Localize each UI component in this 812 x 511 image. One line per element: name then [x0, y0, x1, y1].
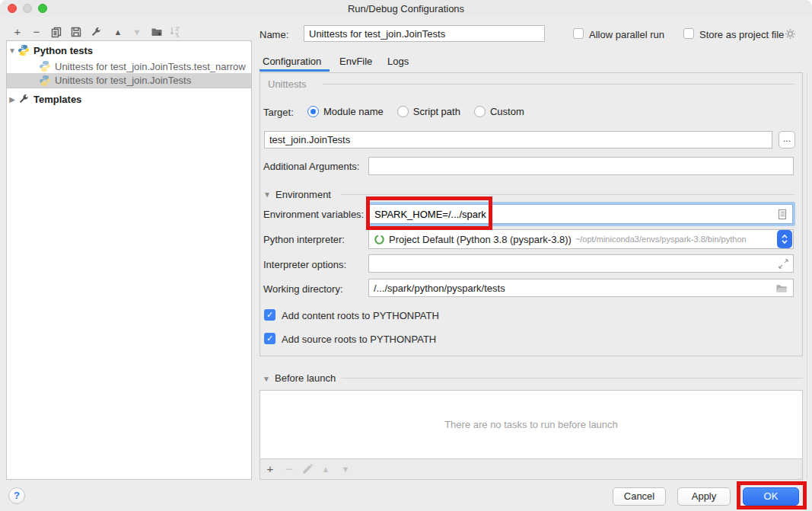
wrench-icon — [18, 93, 30, 105]
title-bar: Run/Debug Configurations — [0, 0, 812, 17]
environment-variables-field-wrapper — [367, 202, 795, 226]
python-env-icon — [374, 234, 385, 245]
browse-directory-button[interactable] — [775, 283, 788, 293]
question-mark-icon: ? — [14, 490, 20, 501]
sort-configurations-button[interactable] — [169, 26, 181, 38]
add-content-roots-label[interactable]: Add content roots to PYTHONPATH — [282, 310, 439, 321]
unittests-group-title: Unittests — [268, 78, 307, 90]
sort-az-icon — [169, 26, 181, 38]
browse-target-button[interactable]: ... — [779, 131, 795, 149]
environment-section-line — [341, 194, 794, 195]
environment-variables-label: Environment variables: — [263, 209, 364, 220]
move-up-button[interactable]: ▲ — [112, 26, 124, 38]
tree-item-unittest-narrow[interactable]: Unittests for test_join.JoinTests.test_n… — [7, 59, 251, 74]
python-interpreter-select[interactable]: Project Default (Python 3.8 (pyspark-3.8… — [368, 229, 794, 249]
radio-custom-label[interactable]: Custom — [490, 106, 524, 117]
tab-configuration[interactable]: Configuration — [263, 56, 321, 67]
help-button[interactable]: ? — [8, 487, 25, 504]
environment-collapse-icon[interactable]: ▼ — [263, 190, 271, 199]
allow-parallel-run-label[interactable]: Allow parallel run — [589, 29, 664, 40]
python-icon — [39, 75, 51, 87]
edit-task-button[interactable] — [301, 463, 314, 475]
before-launch-empty-message: There are no tasks to run before launch — [444, 419, 618, 430]
copy-icon — [50, 26, 62, 38]
environment-variables-input[interactable] — [369, 204, 793, 224]
add-configuration-button[interactable]: + — [11, 26, 24, 38]
content-right-edge — [807, 73, 807, 480]
radio-script-path-label[interactable]: Script path — [413, 106, 460, 117]
radio-module-name[interactable] — [307, 106, 319, 117]
pencil-icon — [301, 463, 314, 475]
working-directory-label: Working directory: — [263, 283, 343, 295]
radio-script-path[interactable] — [397, 106, 409, 117]
expand-editor-button[interactable] — [778, 258, 788, 269]
before-launch-task-list: There are no tasks to run before launch — [260, 390, 803, 459]
python-interpreter-dropdown-button[interactable] — [777, 230, 792, 248]
name-input[interactable] — [304, 25, 545, 42]
remove-task-button[interactable]: − — [283, 463, 295, 475]
name-label: Name: — [260, 29, 288, 40]
remove-configuration-button[interactable]: − — [30, 26, 43, 38]
check-icon: ✓ — [266, 334, 273, 343]
minus-icon: − — [286, 464, 293, 474]
apply-button[interactable]: Apply — [677, 487, 731, 506]
python-interpreter-label: Python interpreter: — [263, 234, 345, 245]
target-radio-group: Module name Script path Custom — [307, 106, 533, 117]
wrench-icon — [90, 26, 102, 38]
python-interpreter-path: ~/opt/miniconda3/envs/pyspark-3.8/bin/py… — [575, 235, 747, 244]
tree-item-label: Unittests for test_join.JoinTests — [55, 75, 191, 86]
ok-button[interactable]: OK — [743, 487, 799, 506]
add-source-roots-checkbox[interactable]: ✓ — [264, 333, 275, 344]
chevron-down-icon[interactable]: ▼ — [7, 46, 18, 55]
add-content-roots-checkbox[interactable]: ✓ — [264, 309, 275, 321]
move-down-button[interactable]: ▼ — [131, 26, 143, 38]
target-label: Target: — [263, 107, 294, 118]
edit-templates-button[interactable] — [90, 26, 102, 38]
unittests-group-line — [323, 84, 794, 85]
tab-logs[interactable]: Logs — [387, 56, 409, 67]
cancel-button[interactable]: Cancel — [613, 487, 666, 506]
tree-templates-label: Templates — [33, 94, 81, 105]
plus-icon: + — [14, 27, 21, 37]
store-options-button[interactable] — [784, 27, 796, 40]
up-arrow-icon: ▲ — [114, 27, 123, 37]
add-source-roots-label[interactable]: Add source roots to PYTHONPATH — [282, 334, 436, 345]
tab-envfile[interactable]: EnvFile — [339, 56, 372, 67]
additional-arguments-input[interactable] — [368, 157, 794, 175]
before-launch-section-title[interactable]: Before launch — [275, 372, 336, 384]
working-directory-input[interactable] — [368, 279, 794, 297]
add-task-button[interactable]: + — [264, 463, 276, 475]
up-arrow-icon: ▲ — [322, 464, 330, 474]
store-as-project-file-label[interactable]: Store as project file — [699, 29, 784, 40]
minus-icon: − — [33, 27, 40, 37]
expand-icon — [779, 259, 788, 269]
chevron-up-down-icon — [781, 234, 788, 244]
target-input[interactable] — [264, 131, 772, 149]
active-tab-underline — [260, 69, 330, 72]
tree-item-python-tests[interactable]: ▼ Python tests — [7, 43, 251, 58]
create-folder-button[interactable] — [151, 26, 163, 38]
tree-item-templates[interactable]: ▶ Templates — [7, 91, 251, 107]
environment-variables-browse-button[interactable] — [775, 207, 789, 221]
radio-custom[interactable] — [474, 106, 486, 117]
allow-parallel-run-checkbox[interactable] — [573, 28, 584, 39]
save-configuration-button[interactable] — [70, 26, 82, 38]
environment-section-title[interactable]: Environment — [275, 189, 331, 200]
move-task-down-button[interactable]: ▼ — [339, 463, 352, 475]
tree-item-unittest-jointests-selected[interactable]: Unittests for test_join.JoinTests — [7, 73, 251, 88]
tree-divider — [7, 88, 251, 88]
before-launch-toolbar: + − ▲ ▼ — [260, 459, 803, 480]
move-task-up-button[interactable]: ▲ — [320, 463, 332, 475]
down-arrow-icon: ▼ — [342, 464, 350, 474]
python-icon — [39, 60, 51, 72]
copy-configuration-button[interactable] — [50, 26, 62, 38]
save-icon — [70, 26, 82, 38]
store-as-project-file-checkbox[interactable] — [683, 28, 694, 39]
chevron-right-icon[interactable]: ▶ — [7, 95, 18, 104]
check-icon: ✓ — [266, 310, 273, 320]
radio-module-name-label[interactable]: Module name — [323, 106, 384, 117]
down-arrow-icon: ▼ — [133, 27, 142, 37]
plus-icon: + — [267, 464, 274, 474]
interpreter-options-input[interactable] — [368, 254, 794, 273]
before-launch-collapse-icon[interactable]: ▼ — [263, 375, 270, 383]
